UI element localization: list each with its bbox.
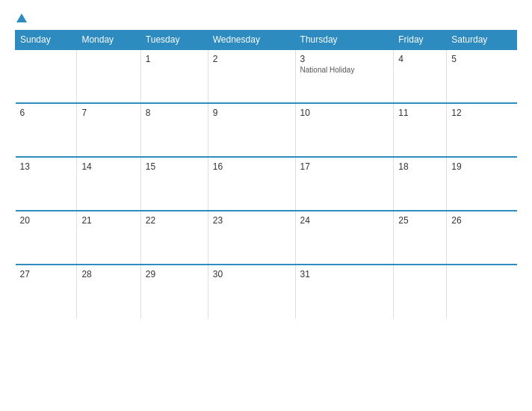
day-number: 28: [81, 269, 135, 279]
day-number: 12: [451, 108, 512, 118]
calendar-week-row: 6789101112: [16, 103, 517, 157]
day-number: 19: [451, 161, 512, 172]
calendar-table: SundayMondayTuesdayWednesdayThursdayFrid…: [15, 30, 517, 318]
calendar-cell: 15: [140, 157, 208, 211]
calendar-cell: [394, 265, 447, 318]
day-number: 29: [146, 269, 203, 279]
day-number: 27: [20, 269, 72, 279]
day-number: 10: [300, 108, 389, 118]
calendar-cell: 4: [394, 49, 447, 103]
calendar-week-row: 13141516171819: [16, 157, 517, 211]
day-number: 1: [146, 54, 203, 64]
header-row: [15, 13, 517, 22]
calendar-cell: 5: [447, 49, 517, 103]
calendar-cell: 27: [16, 265, 77, 318]
calendar-cell: 12: [447, 103, 517, 157]
day-number: 4: [398, 54, 442, 64]
calendar-cell: 25: [394, 211, 447, 265]
calendar-week-row: 2728293031: [16, 265, 517, 318]
logo-line: [15, 13, 27, 22]
calendar-week-row: 123National Holiday45: [16, 49, 517, 103]
day-number: 11: [398, 108, 442, 118]
weekday-row: SundayMondayTuesdayWednesdayThursdayFrid…: [16, 31, 517, 50]
calendar-week-row: 20212223242526: [16, 211, 517, 265]
calendar-cell: 18: [394, 157, 447, 211]
calendar-cell: 6: [16, 103, 77, 157]
calendar-cell: 20: [16, 211, 77, 265]
calendar-cell: 16: [208, 157, 295, 211]
day-number: 16: [213, 161, 291, 172]
day-number: 8: [146, 108, 203, 118]
day-number: 21: [81, 215, 135, 226]
calendar-container: SundayMondayTuesdayWednesdayThursdayFrid…: [0, 0, 532, 411]
day-number: 9: [213, 108, 291, 118]
day-number: 20: [20, 215, 72, 226]
calendar-cell: 10: [295, 103, 394, 157]
calendar-cell: 29: [140, 265, 208, 318]
weekday-header-monday: Monday: [77, 31, 140, 50]
day-number: 23: [213, 215, 291, 226]
calendar-cell: 1: [140, 49, 208, 103]
weekday-header-wednesday: Wednesday: [208, 31, 295, 50]
logo-triangle-icon: [16, 13, 27, 22]
day-number: 25: [398, 215, 442, 226]
weekday-header-thursday: Thursday: [295, 31, 394, 50]
calendar-cell: 28: [77, 265, 140, 318]
day-number: 26: [451, 215, 512, 226]
calendar-cell: 13: [16, 157, 77, 211]
calendar-cell: 8: [140, 103, 208, 157]
calendar-cell: 19: [447, 157, 517, 211]
weekday-header-sunday: Sunday: [16, 31, 77, 50]
holiday-text: National Holiday: [300, 66, 389, 74]
calendar-header: SundayMondayTuesdayWednesdayThursdayFrid…: [16, 31, 517, 50]
calendar-cell: 23: [208, 211, 295, 265]
calendar-cell: 26: [447, 211, 517, 265]
calendar-body: 123National Holiday456789101112131415161…: [16, 49, 517, 318]
day-number: 15: [146, 161, 203, 172]
calendar-cell: 9: [208, 103, 295, 157]
weekday-header-saturday: Saturday: [447, 31, 517, 50]
calendar-cell: 11: [394, 103, 447, 157]
weekday-header-tuesday: Tuesday: [140, 31, 208, 50]
day-number: 14: [81, 161, 135, 172]
day-number: 2: [213, 54, 291, 64]
day-number: 30: [213, 269, 291, 279]
calendar-cell: 7: [77, 103, 140, 157]
day-number: 17: [300, 161, 389, 172]
calendar-cell: [447, 265, 517, 318]
calendar-cell: 21: [77, 211, 140, 265]
calendar-cell: [16, 49, 77, 103]
day-number: 5: [451, 54, 512, 64]
calendar-cell: 17: [295, 157, 394, 211]
weekday-header-friday: Friday: [394, 31, 447, 50]
day-number: 7: [81, 108, 135, 118]
calendar-cell: 30: [208, 265, 295, 318]
calendar-cell: 14: [77, 157, 140, 211]
logo: [15, 13, 27, 22]
day-number: 22: [146, 215, 203, 226]
calendar-cell: [77, 49, 140, 103]
day-number: 24: [300, 215, 389, 226]
calendar-cell: 22: [140, 211, 208, 265]
day-number: 6: [20, 108, 72, 118]
calendar-cell: 31: [295, 265, 394, 318]
day-number: 31: [300, 269, 389, 279]
calendar-cell: 24: [295, 211, 394, 265]
day-number: 3: [300, 54, 389, 64]
day-number: 13: [20, 161, 72, 172]
calendar-cell: 3National Holiday: [295, 49, 394, 103]
calendar-cell: 2: [208, 49, 295, 103]
day-number: 18: [398, 161, 442, 172]
